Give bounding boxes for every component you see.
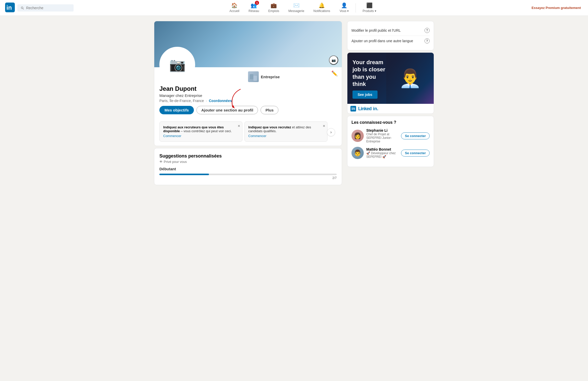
help-icon-1[interactable]: ? [425, 28, 430, 33]
premium-link[interactable]: Essayez Premium gratuitement [530, 5, 583, 11]
avatar-stephanie: 👩 [351, 130, 364, 142]
profile-info: ✏️ E [154, 67, 342, 118]
add-language-link[interactable]: Ajouter un profil dans une autre langue … [351, 36, 430, 46]
notif-close-1[interactable]: × [238, 124, 240, 128]
camera-icon: 📷 [332, 58, 336, 62]
connect-button-matteo[interactable]: Se connecter [401, 150, 430, 156]
search-icon [20, 6, 24, 10]
suggestions-subtitle: 👁 Privé pour vous [159, 160, 337, 164]
notif-bold-2: Indiquez que vous recrutez [248, 125, 291, 129]
search-box[interactable] [17, 4, 74, 12]
progress-label: 2/7 [159, 176, 337, 180]
reseau-badge: 1 [255, 1, 259, 5]
svg-rect-3 [250, 74, 253, 79]
company-badge: Entreprise [248, 71, 280, 82]
nav-items: 🏠 Accueil 👥 1 Réseau 💼 Emplois ✉️ Messag… [79, 0, 527, 15]
ad-footer: in Linked in. [347, 104, 434, 114]
ad-image: 👨‍💼 Your dream job is closer than you th… [347, 53, 434, 104]
messaging-icon: ✉️ [293, 2, 300, 8]
ad-person-image: 👨‍💼 [386, 53, 434, 104]
profile-location: Paris, Île-de-France, France · Coordonné… [159, 99, 337, 103]
banner-camera-button[interactable]: 📷 [329, 55, 338, 65]
nav-right: Essayez Premium gratuitement [530, 5, 583, 11]
notification-banners: × Indiquez aux recruteurs que vous êtes … [154, 118, 342, 146]
nav-item-produits[interactable]: ⬛ Produits ▾ [358, 0, 380, 15]
svg-text:in: in [6, 4, 12, 11]
nav-label-emplois: Emplois [268, 9, 279, 13]
progress-bar-fill [159, 174, 209, 175]
person-name-stephanie: Stephanie Li [366, 128, 398, 132]
person-name-matteo: Mattéo Bonnet [366, 147, 398, 151]
nav-label-produits: Produits ▾ [362, 9, 376, 13]
ad-logo-text: Linked [358, 106, 371, 111]
coordonnees-link[interactable]: Coordonnées [209, 99, 232, 103]
profile-icon: 👤 [341, 2, 347, 8]
suggestions-title: Suggestions personnalisées [159, 153, 337, 159]
company-name: Entreprise [261, 75, 280, 79]
profile-banner: 📷 📷 [154, 21, 342, 67]
notif-close-2[interactable]: × [323, 124, 325, 128]
plus-button[interactable]: Plus [261, 106, 278, 114]
ad-card: 👨‍💼 Your dream job is closer than you th… [347, 52, 434, 114]
nav-item-accueil[interactable]: 🏠 Accueil [225, 0, 243, 15]
avatar-matteo: 👨 [351, 147, 364, 159]
notif-text-1: – vous contrôlez qui peut voir ceci. [181, 129, 232, 133]
public-profile-link[interactable]: Modifier le profil public et l'URL ? [351, 25, 430, 36]
nav-item-vous[interactable]: 👤 Vous ▾ [335, 0, 353, 15]
sidebar: Modifier le profil public et l'URL ? Ajo… [347, 21, 434, 185]
navbar: in 🏠 Accueil 👥 1 Réseau 💼 Emplois ✉️ Mes… [0, 0, 588, 16]
notif-banner-1: × Indiquez aux recruteurs que vous êtes … [159, 121, 242, 142]
profile-name: Jean Dupont [159, 85, 337, 92]
profile-actions: Mes objectifs Ajouter une section au pro… [159, 106, 337, 114]
ad-logo-in: in [350, 106, 356, 111]
person-role-matteo: 🚀 Développeur chez SEPEFREI 🚀 [366, 151, 398, 159]
avatar-emoji-matteo: 👨 [354, 149, 361, 156]
section-label: Débutant [159, 167, 337, 171]
nav-item-notifications[interactable]: 🔔 Notifications [309, 0, 334, 15]
nav-label-notifications: Notifications [313, 9, 330, 13]
notif-link-2[interactable]: Commencer [248, 134, 323, 138]
company-logo [248, 71, 259, 82]
nav-item-emplois[interactable]: 💼 Emplois [264, 0, 283, 15]
objectifs-button[interactable]: Mes objectifs [159, 106, 194, 114]
see-jobs-button[interactable]: See jobs [352, 91, 378, 99]
nav-label-vous: Vous ▾ [339, 9, 349, 13]
nav-label-reseau: Réseau [249, 9, 259, 13]
eye-icon: 👁 [159, 160, 163, 164]
nav-item-messagerie[interactable]: ✉️ Messagerie [284, 0, 308, 15]
notif-link-1[interactable]: Commencer [163, 134, 238, 138]
notif-next-button[interactable]: › [327, 128, 335, 136]
main-content: 📷 📷 ✏️ [154, 21, 342, 185]
profile-card: 📷 📷 ✏️ [154, 21, 342, 146]
know-people-card: Les connaissez-vous ? 👩 Stephanie Li Che… [347, 116, 434, 167]
notif-banner-2: × Indiquez que vous recrutez et attirez … [244, 121, 327, 142]
svg-rect-4 [253, 76, 257, 81]
profile-title: Manager chez Entreprise [159, 93, 337, 98]
know-person-2: 👨 Mattéo Bonnet 🚀 Développeur chez SEPEF… [351, 147, 430, 159]
connect-button-stephanie[interactable]: Se connecter [401, 132, 430, 139]
person-info-stephanie: Stephanie Li Chef de Projet at SEPEFREI … [366, 128, 398, 143]
home-icon: 🏠 [231, 2, 238, 8]
nav-label-accueil: Accueil [229, 9, 239, 13]
nav-label-messagerie: Messagerie [288, 9, 304, 13]
nav-item-reseau[interactable]: 👥 1 Réseau [244, 0, 263, 15]
ad-text: Your dream job is closer than you think [352, 59, 385, 88]
page-layout: 📷 📷 ✏️ [150, 16, 438, 190]
avatar-emoji-stephanie: 👩 [354, 132, 361, 139]
profile-settings-card: Modifier le profil public et l'URL ? Ajo… [347, 21, 434, 50]
suggestions-card: Suggestions personnalisées 👁 Privé pour … [154, 148, 342, 185]
edit-profile-button[interactable]: ✏️ [331, 70, 338, 76]
network-icon: 👥 1 [251, 2, 257, 8]
add-section-button[interactable]: Ajouter une section au profil [196, 106, 258, 114]
person-role-stephanie: Chef de Projet at SEPEFREI Junior-Entrep… [366, 132, 398, 143]
jobs-icon: 💼 [271, 2, 277, 8]
bell-icon: 🔔 [319, 2, 325, 8]
know-people-title: Les connaissez-vous ? [351, 120, 430, 125]
progress-bar-container [159, 174, 337, 175]
apps-icon: ⬛ [366, 2, 373, 8]
person-info-matteo: Mattéo Bonnet 🚀 Développeur chez SEPEFRE… [366, 147, 398, 159]
search-input[interactable] [26, 6, 70, 10]
help-icon-2[interactable]: ? [425, 38, 430, 43]
linkedin-logo[interactable]: in [5, 3, 17, 13]
know-person-1: 👩 Stephanie Li Chef de Projet at SEPEFRE… [351, 128, 430, 143]
